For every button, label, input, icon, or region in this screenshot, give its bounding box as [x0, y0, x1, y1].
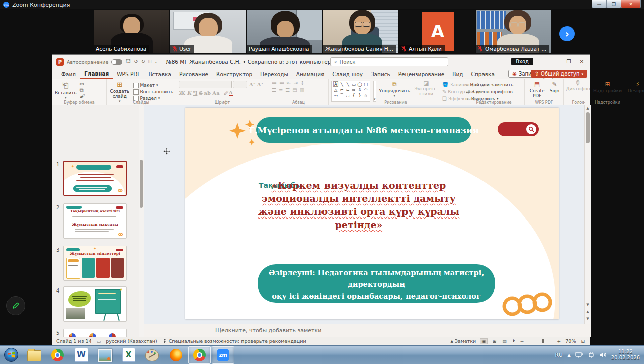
tab-help[interactable]: Справка: [467, 70, 499, 78]
quick-styles-button[interactable]: ◪ Экспресс-стили: [413, 81, 439, 102]
shape-rounded-rect-icon[interactable]: ▢: [363, 82, 369, 87]
save-icon[interactable]: 🖫: [125, 59, 131, 64]
shape-scribble-icon[interactable]: ↝: [333, 93, 339, 98]
redo-icon[interactable]: ↻: [141, 59, 145, 64]
taskbar-clock[interactable]: 11:22 20.02.2026: [611, 349, 640, 361]
tab-view[interactable]: Вид: [448, 70, 467, 78]
previous-slide-icon[interactable]: ▲: [586, 310, 589, 314]
zoom-slider[interactable]: − +: [520, 338, 561, 344]
slide-thumbnail-5[interactable]: [63, 329, 127, 337]
shape-elbow-icon[interactable]: ⌐: [339, 87, 345, 93]
tab-animations[interactable]: Анимация: [292, 70, 329, 78]
shape-line-icon[interactable]: ╲: [339, 82, 345, 87]
present-icon[interactable]: ⍐: [148, 59, 151, 64]
power-plug-icon[interactable]: [588, 351, 595, 358]
language-status[interactable]: русский (Казахстан): [106, 338, 157, 344]
bullets-icon[interactable]: ≔: [272, 81, 277, 86]
tab-record[interactable]: Запись: [367, 70, 394, 78]
sign-button[interactable]: ✎ Sign: [550, 81, 560, 98]
change-case-button[interactable]: Аа: [212, 90, 220, 96]
autosave-toggle[interactable]: [111, 59, 122, 65]
taskbar-zoom-active-button[interactable]: zm: [212, 346, 234, 364]
taskbar-excel-button[interactable]: X: [117, 346, 140, 364]
copy-icon[interactable]: ⧉: [80, 88, 85, 93]
designer-button[interactable]: ⚡ Designer: [626, 81, 644, 93]
arrange-button[interactable]: ⧉ Упорядочить ▾: [379, 81, 410, 102]
slideshow-button[interactable]: ⏵: [512, 338, 516, 344]
tab-file[interactable]: Файл: [57, 70, 80, 78]
font-color-button[interactable]: А: [229, 90, 233, 96]
slide-canvas[interactable]: Ғ.Мүсірепов атындағы №86 мектеп-гимназия…: [144, 105, 591, 324]
zoom-slider-knob[interactable]: [542, 339, 544, 343]
ribbon-collapse-icon[interactable]: ⌄: [582, 100, 586, 104]
next-slide-icon[interactable]: ▼: [586, 317, 589, 321]
speaker-icon[interactable]: [599, 351, 607, 358]
slide-thumbnail-4[interactable]: ★: [63, 286, 127, 322]
zoom-out-icon[interactable]: −: [520, 338, 524, 344]
fit-slide-button[interactable]: ⊡: [580, 339, 586, 344]
video-tile-zhakypbekova[interactable]: Жакыпбекова Салия Н...: [323, 10, 398, 53]
font-size-select[interactable]: [233, 81, 247, 88]
shape-brace-right-icon[interactable]: }: [357, 93, 363, 98]
format-painter-icon[interactable]: 🖌: [80, 94, 85, 99]
align-center-icon[interactable]: ≡: [279, 88, 283, 93]
shape-arc-icon[interactable]: ⌒: [339, 93, 345, 98]
display-settings-icon[interactable]: ▭: [97, 339, 101, 344]
canvas-scrollbar-thumb[interactable]: [586, 112, 590, 143]
slide-thumbnail-2[interactable]: Тақырыптың өзектілігі Жұмыстың мақсаты ꝏ: [63, 203, 127, 239]
shape-arrow-right-icon[interactable]: ⇨: [351, 87, 357, 93]
line-spacing-icon[interactable]: ↕: [300, 81, 304, 86]
shape-triangle-icon[interactable]: △: [333, 87, 339, 93]
zoom-in-icon[interactable]: +: [557, 338, 561, 344]
paste-button[interactable]: ⎗ Вставить ▾: [55, 81, 77, 100]
zoom-close-button[interactable]: ✕: [621, 0, 641, 8]
thumbnail-scrollbar[interactable]: [139, 105, 144, 337]
start-button[interactable]: [1, 346, 22, 364]
shape-star-icon[interactable]: ☆: [363, 93, 369, 98]
strikethrough-button[interactable]: S: [199, 90, 202, 96]
accessibility-status[interactable]: Специальные возможности: проверьте реком…: [163, 338, 306, 344]
tab-design[interactable]: Конструктор: [212, 70, 256, 78]
justify-icon[interactable]: ▤: [292, 88, 297, 93]
shape-textbox-icon[interactable]: 🄰: [333, 82, 339, 87]
dictate-button[interactable]: 🎙 Диктофон: [567, 81, 589, 91]
align-left-icon[interactable]: ☰: [272, 88, 276, 93]
bold-button[interactable]: Ж: [179, 90, 185, 96]
search-input[interactable]: ⌕ Поиск: [330, 57, 448, 66]
taskbar-firefox-button[interactable]: [165, 346, 187, 364]
taskbar-explorer-button[interactable]: [23, 346, 45, 364]
zoom-restore-button[interactable]: ❐: [606, 0, 621, 8]
video-tile-altyn[interactable]: A Алтын Қали: [399, 10, 475, 53]
addins-button[interactable]: ⊞ Надстройки: [595, 81, 620, 93]
underline-button[interactable]: Ч: [193, 90, 197, 96]
find-replace-button[interactable]: ⌕Найти и заменить: [466, 82, 522, 88]
slide-sorter-view-button[interactable]: ⊞: [492, 339, 498, 344]
next-participants-button[interactable]: ›: [559, 26, 575, 41]
scroll-down-icon[interactable]: ▼: [586, 303, 589, 307]
video-tile-user[interactable]: User: [170, 10, 246, 53]
indent-decrease-icon[interactable]: ⇤: [287, 81, 291, 86]
tab-insert[interactable]: Вставка: [144, 70, 175, 78]
tab-review[interactable]: Рецензирование: [394, 70, 449, 78]
cut-icon[interactable]: ✂: [80, 82, 85, 87]
ppt-minimize-button[interactable]: —: [550, 57, 560, 66]
zoom-minimize-button[interactable]: —: [592, 0, 607, 8]
normal-view-button[interactable]: ▣: [480, 338, 488, 344]
grow-font-icon[interactable]: A˄: [249, 82, 256, 87]
share-button[interactable]: ⇧ Общий доступ ▾: [531, 70, 587, 78]
language-indicator[interactable]: RU: [555, 352, 563, 358]
undo-icon[interactable]: ↺: [134, 59, 138, 64]
create-pdf-button[interactable]: ▤ Create PDF: [529, 81, 546, 98]
scroll-up-icon[interactable]: ▲: [586, 106, 589, 110]
taskbar-photo-viewer-button[interactable]: [94, 346, 116, 364]
qat-more-icon[interactable]: ⌄: [154, 59, 158, 64]
annotation-pencil-button[interactable]: [6, 296, 25, 315]
indent-increase-icon[interactable]: ⇥: [293, 81, 297, 86]
notes-pane[interactable]: Щелкните, чтобы добавить заметки: [144, 324, 591, 337]
layout-button[interactable]: Макет▾: [133, 82, 173, 88]
taskbar-chrome-button[interactable]: [46, 346, 69, 364]
shape-blob-icon[interactable]: ◠: [363, 87, 369, 93]
columns-icon[interactable]: ▥: [300, 88, 304, 93]
school-name-banner[interactable]: Ғ.Мүсірепов атындағы №86 мектеп-гимназия: [256, 117, 471, 143]
shrink-font-icon[interactable]: A˅: [257, 82, 264, 87]
